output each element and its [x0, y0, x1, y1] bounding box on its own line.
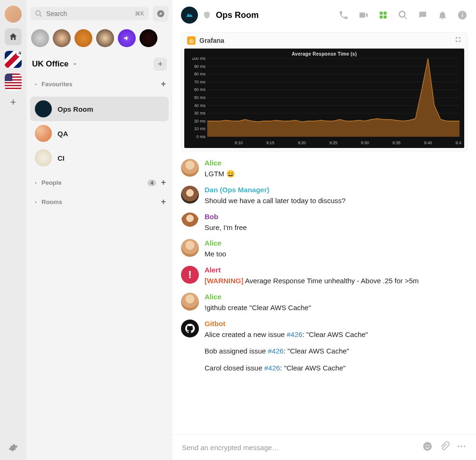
- search-input[interactable]: [46, 10, 131, 17]
- recent-avatar[interactable]: [31, 29, 49, 47]
- threads-button[interactable]: [418, 10, 428, 20]
- search-room-button[interactable]: [398, 10, 408, 20]
- space-button-us[interactable]: [5, 74, 22, 90]
- attach-button[interactable]: [439, 441, 450, 453]
- message-sender[interactable]: Gitbot: [205, 320, 468, 328]
- section-add-button[interactable]: +: [161, 79, 166, 89]
- video-icon: [358, 10, 369, 20]
- video-call-button[interactable]: [358, 10, 369, 20]
- emoji-button[interactable]: [422, 441, 433, 453]
- issue-link[interactable]: #426: [268, 347, 283, 355]
- message-sender[interactable]: Alice: [205, 239, 468, 247]
- svg-text:9:10: 9:10: [235, 140, 243, 145]
- notifications-button[interactable]: [437, 10, 448, 20]
- section-add-button[interactable]: +: [161, 178, 166, 188]
- message-avatar[interactable]: [181, 320, 199, 337]
- message-avatar[interactable]: !: [181, 266, 199, 284]
- threads-icon: [418, 10, 428, 20]
- widget-title: Grafana: [199, 37, 224, 44]
- recent-avatar[interactable]: [118, 29, 136, 47]
- explore-button[interactable]: [153, 6, 169, 22]
- section-people[interactable]: People 4 +: [30, 176, 169, 189]
- chevron-down-icon: [71, 60, 79, 68]
- attachment-icon: [439, 441, 450, 452]
- svg-text:9:30: 9:30: [361, 140, 369, 145]
- message: GitbotAlice created a new issue #426: "C…: [181, 320, 468, 373]
- message-sender[interactable]: Alice: [205, 159, 468, 167]
- shield-icon: [203, 11, 211, 19]
- svg-text:9:45: 9:45: [456, 140, 461, 145]
- svg-text:9:15: 9:15: [266, 140, 274, 145]
- issue-link[interactable]: #426: [287, 330, 302, 338]
- search-box[interactable]: ⌘K: [30, 7, 149, 20]
- widget-maximise-button[interactable]: [455, 36, 461, 45]
- chart-title: Average Response Time (s): [187, 51, 461, 57]
- bell-icon: [437, 10, 448, 20]
- svg-point-41: [460, 445, 462, 447]
- voice-call-button[interactable]: [338, 10, 349, 20]
- message: AliceMe too: [181, 239, 468, 259]
- message: !Alert[WARNING] Average Response Time un…: [181, 266, 468, 286]
- room-name: Ops Room: [57, 105, 93, 113]
- message-avatar[interactable]: [181, 239, 199, 257]
- room-list-sidebar: ⌘K UK Office + Favourites + Ops RoomQACI…: [26, 0, 172, 460]
- composer: [172, 434, 476, 460]
- svg-text:10 ms: 10 ms: [194, 126, 205, 131]
- recent-avatar[interactable]: [53, 29, 71, 47]
- message-body: Bob assigned issue #426: "Clear AWS Cach…: [205, 346, 468, 356]
- message-sender[interactable]: Dan (Ops Manager): [205, 186, 468, 194]
- message-avatar[interactable]: [181, 293, 199, 311]
- room-item[interactable]: QA: [30, 121, 169, 146]
- message-sender[interactable]: Bob: [205, 213, 468, 221]
- settings-button[interactable]: [8, 443, 18, 454]
- space-title: UK Office: [32, 59, 68, 69]
- svg-text:9:20: 9:20: [298, 140, 306, 145]
- svg-text:70 ms: 70 ms: [194, 80, 205, 84]
- message-avatar[interactable]: [181, 213, 199, 230]
- svg-point-42: [464, 445, 466, 447]
- more-options-button[interactable]: [456, 441, 467, 453]
- section-add-button[interactable]: +: [161, 197, 166, 207]
- message-avatar[interactable]: [181, 186, 199, 204]
- chevron-right-icon: [33, 199, 39, 205]
- room-item[interactable]: CI: [30, 146, 169, 170]
- more-icon: [456, 441, 467, 452]
- space-add-button[interactable]: +: [154, 58, 167, 71]
- create-space-button[interactable]: +: [10, 96, 16, 108]
- issue-link[interactable]: #426: [264, 364, 280, 372]
- message-sender[interactable]: Alert: [205, 266, 468, 274]
- svg-text:40 ms: 40 ms: [194, 103, 205, 107]
- svg-rect-3: [384, 16, 386, 18]
- section-label: Rooms: [41, 198, 62, 205]
- message: BobSure, I'm free: [181, 213, 468, 233]
- room-name: QA: [57, 130, 68, 138]
- info-icon: [457, 10, 468, 20]
- timeline[interactable]: ◴ Grafana Average Response Time (s) 100 …: [172, 30, 476, 434]
- space-switcher[interactable]: UK Office: [32, 59, 79, 69]
- recent-avatar[interactable]: [96, 29, 114, 47]
- svg-rect-5: [462, 14, 463, 17]
- svg-rect-0: [380, 12, 383, 15]
- apps-button[interactable]: [378, 10, 388, 20]
- section-favourites[interactable]: Favourites +: [30, 77, 169, 91]
- message-sender[interactable]: Alice: [205, 293, 468, 301]
- svg-text:90 ms: 90 ms: [194, 64, 205, 68]
- room-title: Ops Room: [216, 10, 259, 20]
- home-space-button[interactable]: [5, 28, 22, 45]
- room-info-button[interactable]: [457, 10, 468, 20]
- space-button-uk[interactable]: 4: [5, 51, 22, 68]
- composer-input[interactable]: [182, 444, 416, 452]
- room-item[interactable]: Ops Room: [30, 97, 169, 121]
- recent-avatar[interactable]: [140, 29, 157, 47]
- svg-rect-6: [462, 13, 463, 14]
- user-avatar[interactable]: [5, 6, 22, 23]
- recent-avatar[interactable]: [74, 29, 92, 47]
- svg-text:100 ms: 100 ms: [192, 58, 205, 61]
- chart: Average Response Time (s) 100 ms90 ms80 …: [184, 49, 464, 148]
- message-body: Me too: [205, 249, 468, 259]
- message-body: Carol closed issue #426: "Clear AWS Cach…: [205, 363, 468, 373]
- grafana-widget: ◴ Grafana Average Response Time (s) 100 …: [181, 32, 468, 151]
- message-avatar[interactable]: [181, 159, 199, 177]
- section-rooms[interactable]: Rooms +: [30, 195, 169, 209]
- room-avatar[interactable]: [181, 7, 198, 24]
